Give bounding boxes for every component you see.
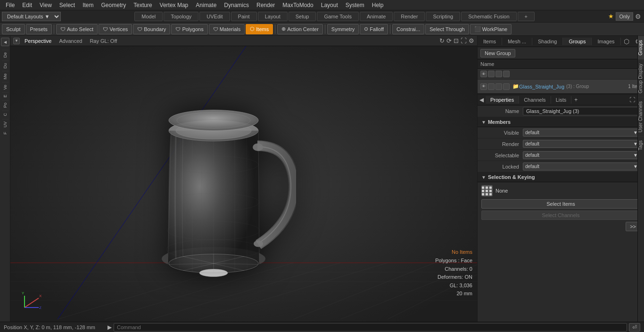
perspective-mode-btn[interactable]: Perspective: [22, 37, 54, 45]
group-icon-eye[interactable]: 👁: [480, 71, 487, 77]
star-icon[interactable]: ★: [608, 13, 614, 20]
group-item-icon-4[interactable]: [503, 83, 510, 90]
viewport-canvas[interactable]: No Items Polygons : Face Channels: 0 Def…: [10, 46, 477, 322]
locked-select[interactable]: default ▼: [523, 162, 640, 170]
vtab-group-display[interactable]: Group Display: [638, 59, 644, 97]
props-collapse-icon[interactable]: ◀: [478, 97, 486, 103]
menu-item[interactable]: Item: [79, 1, 97, 9]
sidebar-item-f[interactable]: F: [2, 130, 8, 137]
group-item-icon-2[interactable]: [488, 83, 495, 90]
constraint-button[interactable]: Constrai...: [392, 24, 424, 34]
layout-tab-schematic[interactable]: Schematic Fusion: [461, 12, 516, 21]
new-group-button[interactable]: New Group: [480, 49, 515, 57]
menu-maxtomodo[interactable]: MaxToModo: [279, 1, 317, 9]
layout-tab-layout[interactable]: Layout: [258, 12, 288, 21]
sidebar-item-e[interactable]: E: [2, 92, 8, 99]
command-input[interactable]: [114, 323, 627, 332]
menu-help[interactable]: Help: [368, 1, 388, 9]
layout-tab-scripting[interactable]: Scripting: [426, 12, 460, 21]
advanced-shading-btn[interactable]: Advanced: [56, 37, 85, 45]
action-center-button[interactable]: ⊕ Action Center: [277, 24, 323, 34]
items-button[interactable]: ⬡ Items: [246, 24, 273, 34]
vertices-button[interactable]: 🛡 Vertices: [99, 24, 132, 34]
render-select[interactable]: default ▼: [523, 140, 640, 148]
menu-dynamics[interactable]: Dynamics: [220, 1, 253, 9]
members-section-header[interactable]: ▼ Members: [478, 117, 644, 127]
zoom-view-icon[interactable]: ⟳: [446, 37, 452, 44]
group-item-glass-jug[interactable]: 👁 📁 Glass_Straight_Jug (3) : Group 1 Ite…: [478, 80, 644, 94]
command-execute-btn[interactable]: ⏎: [629, 323, 640, 332]
props-expand-icon[interactable]: ⛶: [629, 97, 635, 103]
layout-tab-animate[interactable]: Animate: [360, 12, 393, 21]
menu-animate[interactable]: Animate: [192, 1, 220, 9]
materials-button[interactable]: 🛡 Materials: [209, 24, 245, 34]
vtab-user-channels[interactable]: User Channels: [638, 97, 644, 136]
menu-texture[interactable]: Texture: [130, 1, 156, 9]
group-icon-3[interactable]: [495, 71, 502, 77]
sidebar-item-de[interactable]: De: [2, 50, 8, 60]
name-input[interactable]: [523, 107, 640, 115]
rp-tab-groups[interactable]: Groups: [563, 38, 592, 45]
sidebar-item-me[interactable]: Me: [2, 71, 8, 81]
selection-keying-header[interactable]: ▼ Selection & Keying: [478, 172, 644, 182]
sidebar-item-c[interactable]: C: [2, 111, 8, 118]
props-tab-lists[interactable]: Lists: [551, 96, 572, 104]
rp-tab-mesh[interactable]: Mesh ...: [502, 38, 532, 45]
select-channels-button[interactable]: Select Channels: [481, 211, 640, 220]
falloff-button[interactable]: ⊙ Falloff: [360, 24, 388, 34]
auto-select-button[interactable]: 🛡 Auto Select: [56, 24, 98, 34]
menu-system[interactable]: System: [342, 1, 368, 9]
viewport-area[interactable]: ▼ Perspective Advanced Ray GL: Off ↻ ⟳ ⊡…: [10, 36, 477, 322]
props-tab-properties[interactable]: Properties: [486, 96, 519, 104]
viewport-menu-btn[interactable]: ▼: [13, 38, 20, 44]
symmetry-button[interactable]: Symmetry: [327, 24, 359, 34]
layout-tab-topology[interactable]: Topology: [164, 12, 198, 21]
polygons-button[interactable]: 🛡 Polygons: [171, 24, 207, 34]
layout-tab-add[interactable]: +: [518, 12, 535, 21]
menu-file[interactable]: File: [2, 1, 18, 9]
rp-tab-shading[interactable]: Shading: [532, 38, 563, 45]
layout-tab-gametools[interactable]: Game Tools: [317, 12, 359, 21]
rp-expand-icon[interactable]: ⬡: [621, 38, 632, 45]
vtab-groups[interactable]: Groups: [638, 36, 644, 59]
menu-geometry[interactable]: Geometry: [98, 1, 130, 9]
presets-button[interactable]: Presets: [26, 24, 52, 34]
sidebar-toggle[interactable]: ◀: [1, 38, 9, 46]
boundary-button[interactable]: 🛡 Boundary: [133, 24, 170, 34]
menu-select[interactable]: Select: [56, 1, 79, 9]
select-items-button[interactable]: Select Items: [481, 199, 640, 209]
sidebar-item-du[interactable]: Du: [2, 61, 8, 71]
gear-icon[interactable]: ⚙: [635, 13, 641, 20]
layout-tab-paint[interactable]: Paint: [231, 12, 257, 21]
props-tab-channels[interactable]: Channels: [519, 96, 551, 104]
menu-vertex-map[interactable]: Vertex Map: [156, 1, 192, 9]
maximize-view-icon[interactable]: ⛶: [461, 37, 467, 44]
settings-view-icon[interactable]: ⚙: [469, 37, 474, 44]
sidebar-item-po[interactable]: Po: [2, 100, 8, 110]
sidebar-item-uv[interactable]: UV: [2, 119, 8, 130]
vtab-tags[interactable]: Tags: [638, 136, 644, 154]
group-item-icon-3[interactable]: [495, 83, 502, 90]
workplane-button[interactable]: ⬛ WorkPlane: [470, 24, 512, 34]
props-tab-add-icon[interactable]: +: [571, 97, 580, 103]
rotate-view-icon[interactable]: ↻: [439, 37, 445, 44]
layout-tab-model[interactable]: Model: [134, 12, 163, 21]
sidebar-item-ve[interactable]: Ve: [2, 82, 8, 92]
layout-preset-select[interactable]: Default Layouts ▼: [2, 12, 61, 21]
sculpt-button[interactable]: Sculpt: [2, 24, 25, 34]
menu-layout[interactable]: Layout: [317, 1, 342, 9]
only-button[interactable]: Only: [616, 12, 633, 21]
fit-view-icon[interactable]: ⊡: [454, 37, 459, 44]
visible-select[interactable]: default ▼: [523, 129, 640, 137]
ray-gl-btn[interactable]: Ray GL: Off: [87, 37, 120, 45]
layout-tab-render[interactable]: Render: [394, 12, 425, 21]
layout-tab-uvedit[interactable]: UVEdit: [199, 12, 230, 21]
selectable-select[interactable]: default ▼: [523, 151, 640, 159]
group-icon-4[interactable]: [503, 71, 510, 77]
menu-edit[interactable]: Edit: [18, 1, 36, 9]
group-item-eye-icon[interactable]: 👁: [480, 83, 487, 90]
layout-tab-setup[interactable]: Setup: [289, 12, 316, 21]
rp-tab-images[interactable]: Images: [592, 38, 620, 45]
menu-render[interactable]: Render: [253, 1, 279, 9]
group-icon-2[interactable]: [488, 71, 495, 77]
